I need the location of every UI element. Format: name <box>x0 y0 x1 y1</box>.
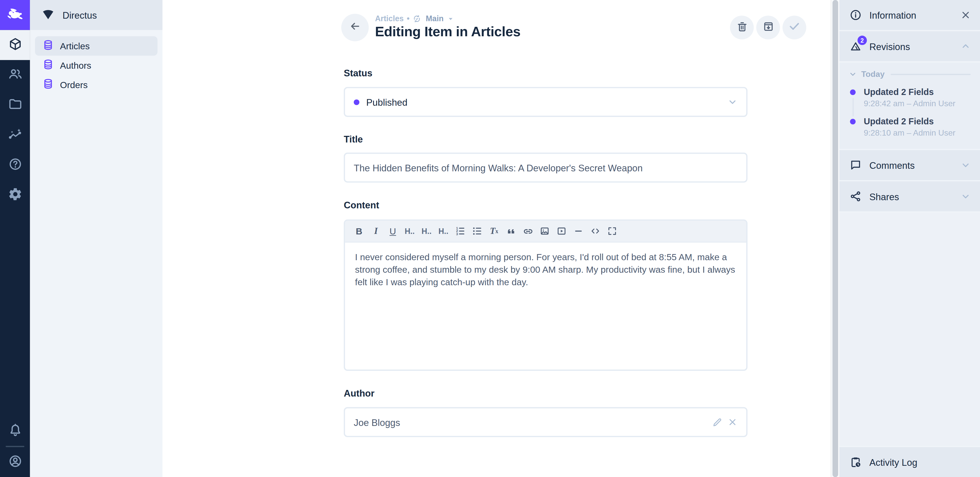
scrollbar-thumb[interactable] <box>832 0 838 477</box>
header-actions <box>730 16 806 39</box>
shares-label: Shares <box>870 191 953 202</box>
edit-pencil-icon[interactable] <box>712 417 722 428</box>
revision-title: Updated 2 Fields <box>864 87 970 97</box>
box-icon <box>8 37 22 53</box>
revision-item[interactable]: Updated 2 Fields 9:28:42 am – Admin User <box>849 87 971 108</box>
revision-dot-icon <box>850 119 856 124</box>
video-button[interactable] <box>553 223 570 239</box>
chevron-down-icon <box>728 97 738 107</box>
ordered-list-icon: 123 <box>455 226 466 236</box>
heading1-button[interactable]: H.. <box>401 223 418 239</box>
video-icon <box>556 226 567 236</box>
revision-meta: 9:28:42 am – Admin User <box>864 99 970 108</box>
project-fan-icon <box>41 7 55 23</box>
breadcrumb: Articles • Main <box>375 14 520 23</box>
back-button[interactable] <box>341 14 369 41</box>
revision-dot-icon <box>850 89 856 95</box>
underline-button[interactable]: U <box>384 223 401 239</box>
breadcrumb-separator: • <box>407 14 410 23</box>
breadcrumb-collection[interactable]: Articles <box>375 14 404 23</box>
revisions-group-label: Today <box>861 69 885 79</box>
title-input[interactable]: The Hidden Benefits of Morning Walks: A … <box>344 153 748 183</box>
horizontal-rule-button[interactable] <box>570 223 587 239</box>
app-window: Directus Articles <box>0 0 980 477</box>
deselect-x-icon[interactable] <box>728 417 738 427</box>
sidebar-item-label: Articles <box>60 41 89 51</box>
check-icon <box>788 20 800 35</box>
remove-format-button[interactable]: Tx <box>486 223 503 239</box>
chevron-down-icon[interactable] <box>447 16 453 22</box>
database-icon <box>43 39 54 53</box>
quote-icon <box>506 226 516 236</box>
title-value: The Hidden Benefits of Morning Walks: A … <box>354 163 643 173</box>
share-icon <box>849 190 862 203</box>
sidebar-item-articles[interactable]: Articles <box>35 36 158 56</box>
bold-button[interactable]: B <box>351 223 368 239</box>
delete-button[interactable] <box>730 16 754 39</box>
module-insights[interactable] <box>0 120 30 150</box>
svg-text:3: 3 <box>456 232 458 236</box>
version-sync-icon <box>413 14 422 23</box>
activity-log-icon <box>849 456 862 468</box>
module-help[interactable] <box>0 150 30 180</box>
bullet-list-button[interactable] <box>469 223 486 239</box>
bell-icon <box>8 422 22 439</box>
fullscreen-icon <box>607 226 617 236</box>
image-icon <box>539 226 550 236</box>
italic-button[interactable]: I <box>368 223 384 239</box>
trash-icon <box>736 21 748 35</box>
sidebar-item-label: Orders <box>60 80 88 89</box>
module-content[interactable] <box>0 30 30 60</box>
revision-item[interactable]: Updated 2 Fields 9:28:10 am – Admin User <box>849 116 971 138</box>
arrow-left-icon <box>349 20 361 35</box>
module-users[interactable] <box>0 60 30 90</box>
main-content: Articles • Main Editing Item in Artic <box>162 0 831 477</box>
module-settings[interactable] <box>0 180 30 210</box>
project-name: Directus <box>62 10 97 21</box>
notifications-button[interactable] <box>0 416 30 446</box>
account-button[interactable] <box>0 447 30 477</box>
comments-label: Comments <box>870 160 953 171</box>
revisions-group-toggle[interactable]: Today <box>849 69 971 79</box>
section-revisions[interactable]: 2 Revisions <box>839 31 980 61</box>
archive-button[interactable] <box>756 16 780 39</box>
revisions-icon: 2 <box>849 40 862 53</box>
activity-log-button[interactable]: Activity Log <box>839 447 980 477</box>
status-value: Published <box>366 97 407 107</box>
revisions-panel: Today Updated 2 Fields 9:28:42 am – Admi… <box>839 62 980 149</box>
close-icon[interactable] <box>961 10 970 20</box>
sidebar-item-orders[interactable]: Orders <box>35 75 158 94</box>
directus-logo-button[interactable] <box>0 0 30 30</box>
status-select[interactable]: Published <box>344 87 748 117</box>
revisions-count-badge: 2 <box>858 36 867 45</box>
save-button[interactable] <box>783 16 806 39</box>
editor-body[interactable]: I never considered myself a morning pers… <box>345 242 746 297</box>
heading2-button[interactable]: H.. <box>418 223 435 239</box>
section-shares[interactable]: Shares <box>839 181 980 211</box>
fullscreen-button[interactable] <box>604 223 620 239</box>
sidebar-item-label: Authors <box>60 60 91 70</box>
project-header[interactable]: Directus <box>30 0 162 30</box>
editor-toolbar: B I U H.. H.. H.. 123 <box>345 221 746 242</box>
sidebar-item-authors[interactable]: Authors <box>35 56 158 75</box>
heading3-button[interactable]: H.. <box>435 223 452 239</box>
header-titles: Articles • Main Editing Item in Artic <box>375 14 520 40</box>
revision-connector-line <box>852 98 853 116</box>
version-label[interactable]: Main <box>426 14 444 23</box>
image-button[interactable] <box>536 223 553 239</box>
link-button[interactable] <box>519 223 536 239</box>
blockquote-button[interactable] <box>503 223 519 239</box>
section-information[interactable]: Information <box>839 0 980 30</box>
remove-format-t: T <box>490 226 496 236</box>
module-files[interactable] <box>0 90 30 120</box>
right-sidebar: Information 2 Revisions <box>839 0 980 477</box>
bullet-list-icon <box>472 226 483 236</box>
rabbit-icon <box>6 4 24 26</box>
vertical-scrollbar[interactable] <box>831 0 839 477</box>
section-comments[interactable]: Comments <box>839 150 980 180</box>
code-icon <box>590 226 601 236</box>
code-button[interactable] <box>587 223 604 239</box>
author-field[interactable]: Joe Bloggs <box>344 407 748 437</box>
ordered-list-button[interactable]: 123 <box>452 223 469 239</box>
module-bar <box>0 0 30 477</box>
